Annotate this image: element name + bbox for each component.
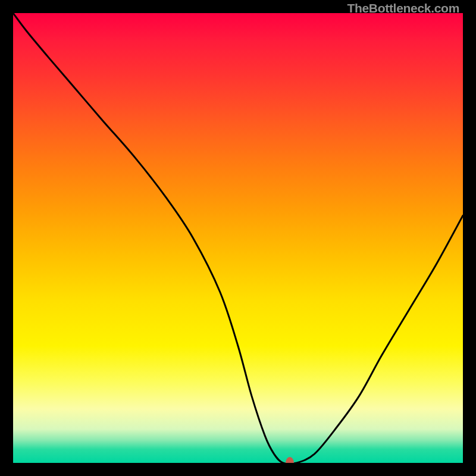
plot-area [13, 13, 463, 463]
chart-stage: TheBottleneck.com [0, 0, 476, 476]
background-gradient [13, 13, 463, 463]
